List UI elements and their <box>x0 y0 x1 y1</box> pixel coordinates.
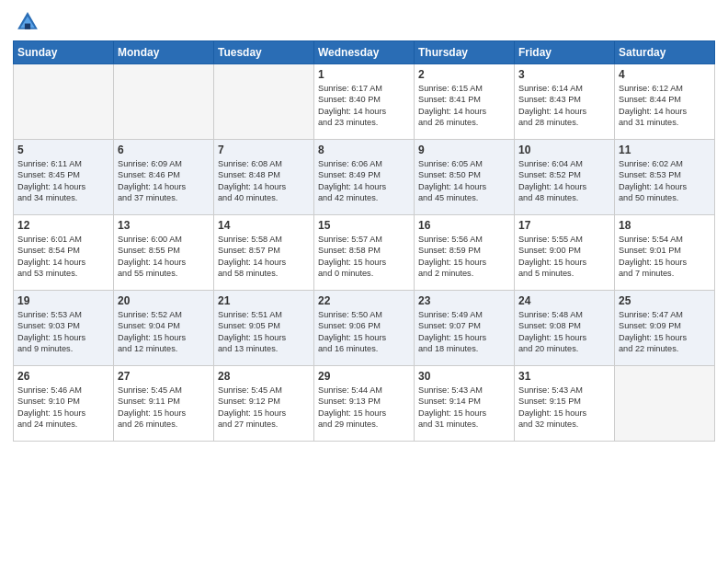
cell-detail-text: Sunrise: 6:17 AM Sunset: 8:40 PM Dayligh… <box>318 83 410 129</box>
day-number: 24 <box>518 294 610 307</box>
day-number: 1 <box>318 68 410 81</box>
day-number: 4 <box>619 68 711 81</box>
day-number: 19 <box>17 294 109 307</box>
day-number: 27 <box>118 370 210 383</box>
logo-icon <box>15 9 40 35</box>
cell-detail-text: Sunrise: 5:52 AM Sunset: 9:04 PM Dayligh… <box>118 309 210 355</box>
day-number: 2 <box>418 68 510 81</box>
calendar-table: SundayMondayTuesdayWednesdayThursdayFrid… <box>13 40 715 442</box>
day-number: 12 <box>17 219 109 232</box>
svg-rect-2 <box>25 24 30 29</box>
day-cell-4: 4Sunrise: 6:12 AM Sunset: 8:44 PM Daylig… <box>615 64 715 140</box>
weekday-header-thursday: Thursday <box>415 41 515 64</box>
week-row-2: 5Sunrise: 6:11 AM Sunset: 8:45 PM Daylig… <box>14 140 715 215</box>
week-row-3: 12Sunrise: 6:01 AM Sunset: 8:54 PM Dayli… <box>14 215 715 291</box>
cell-detail-text: Sunrise: 6:06 AM Sunset: 8:49 PM Dayligh… <box>318 158 410 204</box>
day-cell-27: 27Sunrise: 5:45 AM Sunset: 9:11 PM Dayli… <box>114 366 214 442</box>
day-cell-7: 7Sunrise: 6:08 AM Sunset: 8:48 PM Daylig… <box>214 140 314 215</box>
day-number: 15 <box>318 219 410 232</box>
cell-detail-text: Sunrise: 6:05 AM Sunset: 8:50 PM Dayligh… <box>418 158 510 204</box>
day-cell-14: 14Sunrise: 5:58 AM Sunset: 8:57 PM Dayli… <box>214 215 314 291</box>
day-cell-25: 25Sunrise: 5:47 AM Sunset: 9:09 PM Dayli… <box>615 291 715 366</box>
cell-detail-text: Sunrise: 6:14 AM Sunset: 8:43 PM Dayligh… <box>518 83 610 129</box>
cell-detail-text: Sunrise: 5:57 AM Sunset: 8:58 PM Dayligh… <box>318 234 410 280</box>
day-cell-2: 2Sunrise: 6:15 AM Sunset: 8:41 PM Daylig… <box>415 64 515 140</box>
day-number: 11 <box>619 144 711 156</box>
day-cell-29: 29Sunrise: 5:44 AM Sunset: 9:13 PM Dayli… <box>314 366 415 442</box>
cell-detail-text: Sunrise: 6:08 AM Sunset: 8:48 PM Dayligh… <box>218 158 310 204</box>
day-cell-3: 3Sunrise: 6:14 AM Sunset: 8:43 PM Daylig… <box>515 64 615 140</box>
day-cell-23: 23Sunrise: 5:49 AM Sunset: 9:07 PM Dayli… <box>415 291 515 366</box>
cell-detail-text: Sunrise: 5:47 AM Sunset: 9:09 PM Dayligh… <box>619 309 711 355</box>
empty-cell <box>615 366 715 442</box>
day-cell-16: 16Sunrise: 5:56 AM Sunset: 8:59 PM Dayli… <box>415 215 515 291</box>
cell-detail-text: Sunrise: 5:55 AM Sunset: 9:00 PM Dayligh… <box>518 234 610 280</box>
cell-detail-text: Sunrise: 5:56 AM Sunset: 8:59 PM Dayligh… <box>418 234 510 280</box>
day-number: 23 <box>418 294 510 307</box>
day-cell-30: 30Sunrise: 5:43 AM Sunset: 9:14 PM Dayli… <box>415 366 515 442</box>
weekday-header-friday: Friday <box>515 41 615 64</box>
day-number: 22 <box>318 294 410 307</box>
cell-detail-text: Sunrise: 5:51 AM Sunset: 9:05 PM Dayligh… <box>218 309 310 355</box>
cell-detail-text: Sunrise: 6:04 AM Sunset: 8:52 PM Dayligh… <box>518 158 610 204</box>
cell-detail-text: Sunrise: 5:54 AM Sunset: 9:01 PM Dayligh… <box>619 234 711 280</box>
cell-detail-text: Sunrise: 5:43 AM Sunset: 9:15 PM Dayligh… <box>518 385 610 431</box>
day-cell-10: 10Sunrise: 6:04 AM Sunset: 8:52 PM Dayli… <box>515 140 615 215</box>
header <box>13 9 715 35</box>
day-number: 20 <box>118 294 210 307</box>
day-cell-18: 18Sunrise: 5:54 AM Sunset: 9:01 PM Dayli… <box>615 215 715 291</box>
day-number: 26 <box>17 370 109 383</box>
day-cell-28: 28Sunrise: 5:45 AM Sunset: 9:12 PM Dayli… <box>214 366 314 442</box>
day-cell-31: 31Sunrise: 5:43 AM Sunset: 9:15 PM Dayli… <box>515 366 615 442</box>
cell-detail-text: Sunrise: 6:01 AM Sunset: 8:54 PM Dayligh… <box>17 234 109 280</box>
day-cell-26: 26Sunrise: 5:46 AM Sunset: 9:10 PM Dayli… <box>14 366 114 442</box>
weekday-header-sunday: Sunday <box>14 41 114 64</box>
day-number: 17 <box>518 219 610 232</box>
week-row-4: 19Sunrise: 5:53 AM Sunset: 9:03 PM Dayli… <box>14 291 715 366</box>
day-cell-13: 13Sunrise: 6:00 AM Sunset: 8:55 PM Dayli… <box>114 215 214 291</box>
cell-detail-text: Sunrise: 5:53 AM Sunset: 9:03 PM Dayligh… <box>17 309 109 355</box>
weekday-header-row: SundayMondayTuesdayWednesdayThursdayFrid… <box>14 41 715 64</box>
day-cell-20: 20Sunrise: 5:52 AM Sunset: 9:04 PM Dayli… <box>114 291 214 366</box>
logo <box>13 9 42 35</box>
day-cell-19: 19Sunrise: 5:53 AM Sunset: 9:03 PM Dayli… <box>14 291 114 366</box>
weekday-header-tuesday: Tuesday <box>214 41 314 64</box>
page: SundayMondayTuesdayWednesdayThursdayFrid… <box>0 0 728 563</box>
day-number: 18 <box>619 219 711 232</box>
day-cell-9: 9Sunrise: 6:05 AM Sunset: 8:50 PM Daylig… <box>415 140 515 215</box>
day-cell-17: 17Sunrise: 5:55 AM Sunset: 9:00 PM Dayli… <box>515 215 615 291</box>
day-number: 30 <box>418 370 510 383</box>
day-number: 25 <box>619 294 711 307</box>
day-number: 28 <box>218 370 310 383</box>
cell-detail-text: Sunrise: 5:49 AM Sunset: 9:07 PM Dayligh… <box>418 309 510 355</box>
cell-detail-text: Sunrise: 6:00 AM Sunset: 8:55 PM Dayligh… <box>118 234 210 280</box>
cell-detail-text: Sunrise: 5:44 AM Sunset: 9:13 PM Dayligh… <box>318 385 410 431</box>
empty-cell <box>14 64 114 140</box>
cell-detail-text: Sunrise: 5:48 AM Sunset: 9:08 PM Dayligh… <box>518 309 610 355</box>
cell-detail-text: Sunrise: 5:50 AM Sunset: 9:06 PM Dayligh… <box>318 309 410 355</box>
day-number: 3 <box>518 68 610 81</box>
weekday-header-monday: Monday <box>114 41 214 64</box>
day-number: 16 <box>418 219 510 232</box>
day-cell-8: 8Sunrise: 6:06 AM Sunset: 8:49 PM Daylig… <box>314 140 415 215</box>
day-number: 8 <box>318 144 410 156</box>
cell-detail-text: Sunrise: 6:12 AM Sunset: 8:44 PM Dayligh… <box>619 83 711 129</box>
cell-detail-text: Sunrise: 5:45 AM Sunset: 9:12 PM Dayligh… <box>218 385 310 431</box>
day-number: 13 <box>118 219 210 232</box>
cell-detail-text: Sunrise: 6:09 AM Sunset: 8:46 PM Dayligh… <box>118 158 210 204</box>
cell-detail-text: Sunrise: 5:45 AM Sunset: 9:11 PM Dayligh… <box>118 385 210 431</box>
day-cell-21: 21Sunrise: 5:51 AM Sunset: 9:05 PM Dayli… <box>214 291 314 366</box>
empty-cell <box>214 64 314 140</box>
cell-detail-text: Sunrise: 6:11 AM Sunset: 8:45 PM Dayligh… <box>17 158 109 204</box>
day-number: 21 <box>218 294 310 307</box>
day-cell-11: 11Sunrise: 6:02 AM Sunset: 8:53 PM Dayli… <box>615 140 715 215</box>
weekday-header-wednesday: Wednesday <box>314 41 415 64</box>
day-cell-6: 6Sunrise: 6:09 AM Sunset: 8:46 PM Daylig… <box>114 140 214 215</box>
day-cell-5: 5Sunrise: 6:11 AM Sunset: 8:45 PM Daylig… <box>14 140 114 215</box>
empty-cell <box>114 64 214 140</box>
day-number: 5 <box>17 144 109 156</box>
day-number: 6 <box>118 144 210 156</box>
cell-detail-text: Sunrise: 5:43 AM Sunset: 9:14 PM Dayligh… <box>418 385 510 431</box>
cell-detail-text: Sunrise: 5:58 AM Sunset: 8:57 PM Dayligh… <box>218 234 310 280</box>
week-row-1: 1Sunrise: 6:17 AM Sunset: 8:40 PM Daylig… <box>14 64 715 140</box>
